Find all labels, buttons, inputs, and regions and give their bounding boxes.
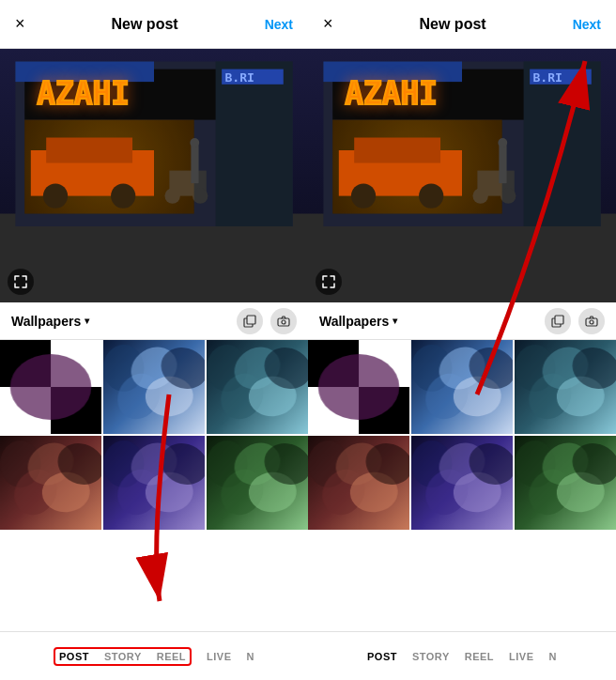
left-gallery-icon-group [237, 308, 297, 334]
grid-cell-5[interactable] [103, 436, 205, 530]
svg-rect-1 [247, 316, 255, 324]
right-close-button[interactable]: × [323, 14, 333, 34]
left-tab-live[interactable]: LIVE [207, 651, 231, 662]
left-camera-icon[interactable] [270, 308, 297, 334]
svg-point-3 [282, 320, 285, 324]
right-grid-cell-5[interactable] [411, 436, 513, 530]
right-tab-post[interactable]: POST [367, 651, 397, 662]
right-multi-select-icon[interactable] [545, 308, 571, 334]
left-photo-grid [0, 340, 308, 631]
right-tab-reel[interactable]: REEL [465, 651, 494, 662]
right-next-button[interactable]: Next [573, 17, 601, 32]
left-close-button[interactable]: × [15, 14, 25, 34]
right-bottom-tabs: POST STORY REEL LIVE N [308, 631, 616, 680]
right-grid-cell-2[interactable] [411, 340, 513, 434]
right-title: New post [420, 16, 486, 33]
left-bottom-tabs: POST STORY REEL LIVE N [0, 631, 308, 680]
left-tab-more[interactable]: N [247, 651, 254, 662]
right-grid-cell-1[interactable] [308, 340, 409, 434]
left-gallery-selector[interactable]: Wallpapers ▾ [11, 314, 89, 329]
svg-rect-6 [555, 316, 563, 324]
svg-rect-2 [278, 318, 289, 326]
grid-cell-3[interactable] [207, 340, 308, 434]
right-tab-more[interactable]: N [549, 651, 557, 662]
right-expand-button[interactable] [316, 269, 342, 295]
right-header: × New post Next [308, 0, 616, 49]
svg-rect-7 [586, 318, 597, 326]
right-grid-cell-3[interactable] [515, 340, 616, 434]
grid-cell-2[interactable] [103, 340, 205, 434]
left-next-button[interactable]: Next [265, 17, 293, 32]
left-tab-highlight-box: POST STORY REEL [54, 647, 192, 666]
right-tab-live[interactable]: LIVE [509, 651, 533, 662]
right-camera-icon[interactable] [578, 308, 605, 334]
svg-point-8 [590, 320, 593, 324]
left-gallery-controls: Wallpapers ▾ [0, 302, 308, 340]
left-header: × New post Next [0, 0, 308, 49]
left-gallery-name: Wallpapers [11, 314, 81, 329]
right-panel: × New post Next Wallpapers ▾ [308, 0, 616, 680]
right-chevron-down-icon: ▾ [393, 316, 397, 326]
left-panel: × New post Next Wallpapers ▾ [0, 0, 308, 680]
left-expand-button[interactable] [8, 269, 34, 295]
right-main-image [308, 49, 616, 302]
left-main-image [0, 49, 308, 302]
right-gallery-controls: Wallpapers ▾ [308, 302, 616, 340]
left-tab-post[interactable]: POST [59, 651, 89, 662]
grid-cell-4[interactable] [0, 436, 101, 530]
right-grid-cell-4[interactable] [308, 436, 409, 530]
left-multi-select-icon[interactable] [237, 308, 263, 334]
right-gallery-icon-group [545, 308, 605, 334]
right-photo-grid [308, 340, 616, 631]
right-tab-story[interactable]: STORY [412, 651, 450, 662]
left-chevron-down-icon: ▾ [85, 316, 89, 326]
left-tab-reel[interactable]: REEL [157, 651, 186, 662]
left-title: New post [112, 16, 178, 33]
right-gallery-selector[interactable]: Wallpapers ▾ [319, 314, 397, 329]
right-gallery-name: Wallpapers [319, 314, 389, 329]
left-tab-story[interactable]: STORY [104, 651, 142, 662]
grid-cell-1[interactable] [0, 340, 101, 434]
grid-cell-6[interactable] [207, 436, 308, 530]
right-grid-cell-6[interactable] [515, 436, 616, 530]
